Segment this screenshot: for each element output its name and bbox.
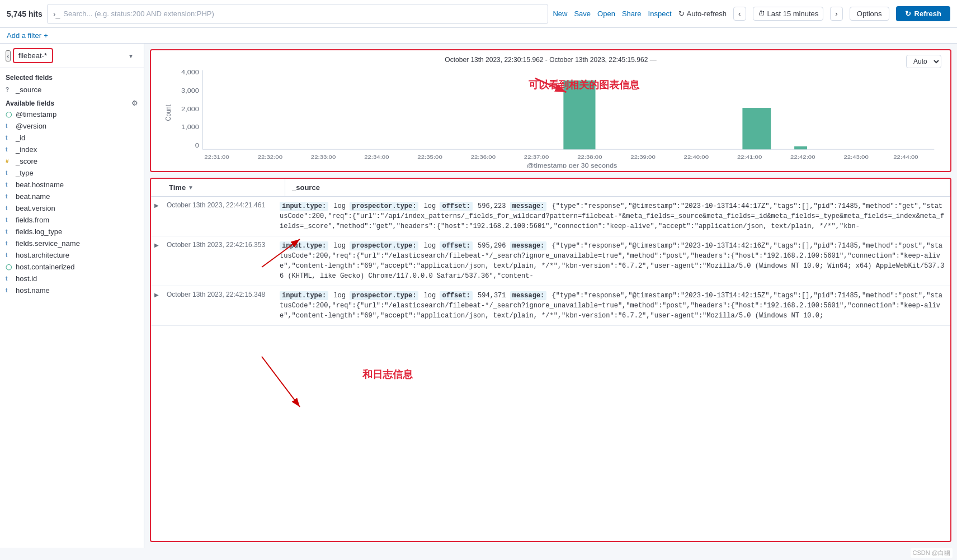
sort-icon: ▼ xyxy=(188,184,194,191)
auto-refresh-button[interactable]: ↻ Auto-refresh xyxy=(678,10,727,18)
field-type-badge: t xyxy=(6,240,12,246)
sidebar-available-field[interactable]: thost.id xyxy=(0,273,144,284)
svg-rect-10 xyxy=(794,146,807,149)
field-name-label: host.id xyxy=(16,274,37,283)
log-field-key: prospector.type: xyxy=(350,291,418,300)
field-name-label: beat.name xyxy=(16,192,50,201)
chart-range-label: October 13th 2023, 22:30:15.962 - Octobe… xyxy=(445,56,656,64)
field-name-label: host.name xyxy=(16,286,50,295)
sidebar-available-field[interactable]: tbeat.hostname xyxy=(0,179,144,191)
field-type-badge: t xyxy=(6,146,12,153)
sidebar-available-field[interactable]: t@version xyxy=(0,120,144,132)
result-row[interactable]: ▶ October 13th 2023, 22:44:21.461 input.… xyxy=(151,197,950,236)
sidebar-available-field[interactable]: ◯@timestamp xyxy=(0,108,144,120)
filter-bar: Add a filter + xyxy=(0,28,957,44)
sidebar-available-field[interactable]: t_type xyxy=(0,167,144,179)
selected-fields-list: ?_source xyxy=(0,84,144,96)
svg-text:0: 0 xyxy=(195,142,200,149)
time-column-header[interactable]: Time ▼ xyxy=(162,179,285,196)
log-field-key: offset: xyxy=(440,241,472,250)
results-header: Time ▼ _source xyxy=(151,179,950,197)
available-fields-list: ◯@timestampt@versiont_idt_index#_scoret_… xyxy=(0,108,144,296)
prev-time-button[interactable]: ‹ xyxy=(733,7,746,21)
svg-rect-9 xyxy=(742,108,771,149)
index-pattern-select[interactable]: filebeat-* xyxy=(13,48,53,63)
log-field-key: message: xyxy=(510,241,547,250)
available-fields-header: Available fields ⚙ xyxy=(0,96,144,108)
sidebar-available-field[interactable]: thost.name xyxy=(0,284,144,296)
result-time: October 13th 2023, 22:42:15.348 xyxy=(162,286,274,325)
auto-refresh-label: Auto-refresh xyxy=(687,10,727,18)
log-field-key: offset: xyxy=(440,202,472,211)
svg-text:22:38:00: 22:38:00 xyxy=(577,153,602,159)
svg-text:22:41:00: 22:41:00 xyxy=(737,153,762,159)
options-button[interactable]: Options xyxy=(850,7,889,21)
field-type-badge: t xyxy=(6,170,12,176)
time-col-label: Time xyxy=(169,183,186,192)
chart-time-range: October 13th 2023, 22:30:15.962 - Octobe… xyxy=(160,56,941,64)
field-name-label: _source xyxy=(16,86,41,94)
result-row[interactable]: ▶ October 13th 2023, 22:42:15.348 input.… xyxy=(151,286,950,326)
next-time-button[interactable]: › xyxy=(830,7,842,21)
results-body: ▶ October 13th 2023, 22:44:21.461 input.… xyxy=(151,197,950,541)
expand-row-button[interactable]: ▶ xyxy=(151,197,162,236)
chart-panel: October 13th 2023, 22:30:15.962 - Octobe… xyxy=(150,49,951,172)
log-field-key: prospector.type: xyxy=(350,202,418,211)
sidebar-collapse-button[interactable]: ‹ xyxy=(6,50,11,61)
svg-text:22:43:00: 22:43:00 xyxy=(843,153,869,159)
sidebar-available-field[interactable]: tfields.log_type xyxy=(0,226,144,238)
log-field-key: message: xyxy=(510,291,547,300)
field-type-icon: ? xyxy=(6,87,12,93)
time-range-button[interactable]: ⏱ Last 15 minutes xyxy=(753,7,824,21)
field-name-label: host.architecture xyxy=(16,251,69,259)
sidebar-available-field[interactable]: t_index xyxy=(0,144,144,155)
sidebar: ‹ filebeat-* Selected fields ?_source Av… xyxy=(0,44,144,548)
log-field-key: message: xyxy=(510,202,547,211)
field-name-label: fields.log_type xyxy=(16,227,62,236)
field-type-badge: t xyxy=(6,182,12,188)
field-type-badge: t xyxy=(6,287,12,293)
svg-text:22:31:00: 22:31:00 xyxy=(204,153,229,159)
source-column-header[interactable]: _source xyxy=(285,179,950,196)
sidebar-available-field[interactable]: t_id xyxy=(0,132,144,144)
result-content: input.type: log prospector.type: log off… xyxy=(274,286,950,325)
expand-row-button[interactable]: ▶ xyxy=(151,286,162,325)
svg-text:3,000: 3,000 xyxy=(181,87,199,94)
results-panel: Time ▼ _source ▶ October 13th 2023, 22:4… xyxy=(150,178,951,542)
sidebar-available-field[interactable]: #_score xyxy=(0,155,144,167)
gear-icon[interactable]: ⚙ xyxy=(131,99,138,107)
sidebar-available-field[interactable]: tfields.service_name xyxy=(0,238,144,249)
sidebar-available-field[interactable]: thost.architecture xyxy=(0,249,144,261)
inspect-button[interactable]: Inspect xyxy=(648,10,672,18)
svg-rect-8 xyxy=(563,80,595,149)
hits-count: 5,745 hits xyxy=(7,10,43,18)
sidebar-available-field[interactable]: ◯host.containerized xyxy=(0,261,144,273)
available-fields-title: Available fields xyxy=(6,99,54,107)
save-button[interactable]: Save xyxy=(574,10,591,18)
expand-row-button[interactable]: ▶ xyxy=(151,236,162,286)
time-range-label: Last 15 minutes xyxy=(767,10,819,18)
top-bar: 5,745 hits ›_ New Save Open Share Inspec… xyxy=(0,0,957,28)
field-name-label: _type xyxy=(16,169,34,177)
add-filter-button[interactable]: Add a filter + xyxy=(7,31,48,40)
share-button[interactable]: Share xyxy=(622,10,642,18)
field-type-badge: ◯ xyxy=(6,111,12,117)
field-type-badge: t xyxy=(6,229,12,235)
svg-text:22:32:00: 22:32:00 xyxy=(258,153,283,159)
sidebar-available-field[interactable]: tbeat.version xyxy=(0,202,144,214)
open-button[interactable]: Open xyxy=(597,10,615,18)
search-icon: ›_ xyxy=(53,10,60,18)
new-button[interactable]: New xyxy=(553,10,567,18)
svg-text:22:36:00: 22:36:00 xyxy=(471,153,496,159)
sidebar-selected-field[interactable]: ?_source xyxy=(0,84,144,96)
clock-icon: ⏱ xyxy=(758,10,765,18)
svg-text:2,000: 2,000 xyxy=(181,105,199,112)
sidebar-available-field[interactable]: tbeat.name xyxy=(0,191,144,202)
result-content: input.type: log prospector.type: log off… xyxy=(274,236,950,286)
search-input[interactable] xyxy=(63,10,542,18)
result-row[interactable]: ▶ October 13th 2023, 22:42:16.353 input.… xyxy=(151,236,950,286)
sidebar-available-field[interactable]: tfields.from xyxy=(0,214,144,226)
refresh-button[interactable]: ↻ Refresh xyxy=(896,6,950,21)
chart-interval-select[interactable]: Auto xyxy=(906,55,941,68)
source-col-label: _source xyxy=(292,183,320,192)
